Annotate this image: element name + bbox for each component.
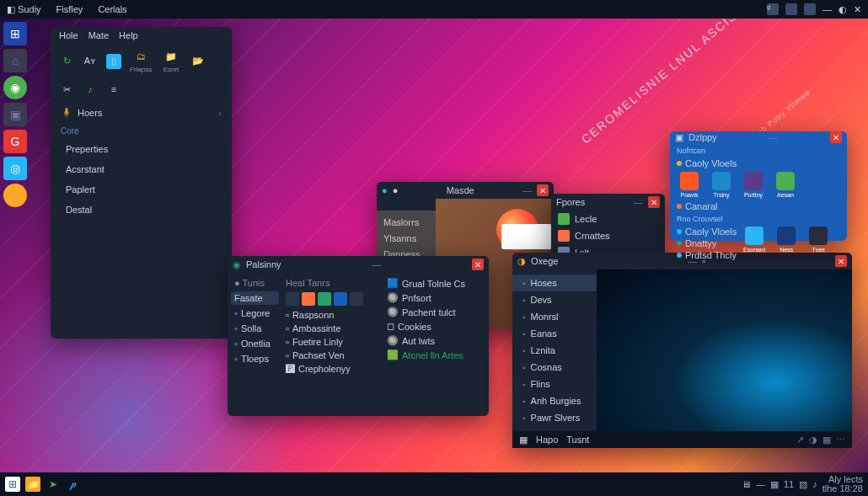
app-launcher[interactable]: Poavls: [677, 172, 702, 198]
tray-icon[interactable]: ▦: [770, 479, 779, 490]
tray-icon[interactable]: ▧: [799, 479, 807, 490]
tray-icon[interactable]: ✕: [854, 4, 861, 15]
list-item[interactable]: ◦ Legore: [231, 307, 279, 320]
tray-icon[interactable]: [804, 3, 816, 15]
status-item[interactable]: Hapo: [536, 435, 558, 445]
minimize-button[interactable]: —: [634, 197, 643, 207]
menu-cerlals[interactable]: Cerlals: [98, 4, 126, 14]
sidebar-item[interactable]: ◦ Devs: [512, 291, 597, 308]
list-item[interactable]: ▫ Ambassinte: [286, 322, 380, 335]
app-launcher[interactable]: Esonard: [742, 227, 767, 260]
sidebar-item[interactable]: ◦ Eanas: [512, 325, 597, 342]
sidebar-item[interactable]: ◦ Pawr Slvers: [512, 409, 597, 426]
swatch[interactable]: [286, 292, 299, 306]
sidebar-item[interactable]: ◦ Cosnas: [512, 359, 597, 376]
taskbar-icon[interactable]: 𝒑: [66, 477, 81, 492]
item-preperties[interactable]: Preperties: [51, 139, 232, 159]
list-item[interactable]: ◻ Cookies: [387, 319, 485, 333]
menu-help[interactable]: Help: [119, 30, 138, 40]
swatch[interactable]: [334, 292, 347, 306]
menu-fisfley[interactable]: Fisfley: [56, 4, 83, 14]
sidebar-item[interactable]: ◦ Hoses: [512, 275, 597, 291]
list-item[interactable]: ▫ Fuetire Linly: [286, 335, 380, 349]
list-item[interactable]: 🔘 Aut Iwts: [387, 333, 485, 348]
menu-mate[interactable]: Mate: [88, 30, 109, 40]
dock-apps-icon[interactable]: ⊞: [3, 22, 27, 45]
tray-icon[interactable]: 11: [784, 479, 794, 489]
list-item[interactable]: Caoly Vloels: [677, 227, 737, 237]
list-item[interactable]: ◦ Tloeps: [231, 352, 279, 365]
list-item[interactable]: 🟩 Atcnel lln Artes: [387, 348, 485, 362]
tray-icon[interactable]: —: [756, 479, 765, 489]
list-item[interactable]: ◦ Onetlia: [231, 337, 279, 350]
cut-icon[interactable]: ✂: [59, 82, 74, 97]
tray-icon[interactable]: ◐: [839, 4, 847, 15]
list-item[interactable]: Canaral: [677, 201, 840, 211]
app-launcher[interactable]: Ness: [774, 227, 799, 260]
status-icon[interactable]: ▦: [519, 435, 528, 445]
swatch[interactable]: [318, 292, 331, 306]
item-acsrstant[interactable]: Acsrstant: [51, 159, 232, 179]
item-paplert[interactable]: Paplert: [51, 179, 232, 200]
taskbar-icon[interactable]: ➤: [46, 477, 61, 492]
close-button[interactable]: ✕: [537, 184, 549, 196]
dock-icon[interactable]: ▣: [3, 103, 27, 126]
start-button[interactable]: ⊞: [5, 477, 20, 492]
app-launcher[interactable]: Trslny: [709, 172, 734, 198]
close-button[interactable]: ✕: [830, 131, 842, 143]
swatch[interactable]: [302, 292, 315, 306]
status-icon[interactable]: ↗: [796, 435, 804, 445]
item-destal[interactable]: Destal: [51, 200, 232, 220]
tray-icon[interactable]: —: [822, 4, 832, 14]
status-icon[interactable]: ◑: [809, 435, 817, 445]
list-item[interactable]: Caoly Vloels: [677, 158, 840, 168]
minimize-button[interactable]: —: [522, 185, 532, 195]
tool-icon[interactable]: ▯: [106, 54, 121, 69]
list-item[interactable]: 🔘 Pachent tulct: [387, 305, 485, 319]
menu-hole[interactable]: Hole: [59, 30, 78, 40]
clock[interactable]: Aly lects tlhe 18:28: [822, 475, 863, 493]
list-item[interactable]: 🔘 Pnfsort: [387, 291, 485, 305]
tray-icon[interactable]: ᵍ: [767, 3, 779, 15]
tray-icon[interactable]: [785, 3, 797, 15]
list-item[interactable]: ◦ Solla: [231, 322, 279, 335]
status-item[interactable]: Tusnt: [566, 435, 589, 445]
folder-icon[interactable]: 📂: [190, 54, 206, 69]
sidebar-item[interactable]: ◦ Anh Burgies: [512, 392, 597, 409]
fport-row[interactable]: Crnattes: [551, 227, 665, 244]
folder-icon[interactable]: 🗂: [133, 49, 148, 64]
dock-icon[interactable]: ⌂: [3, 49, 27, 72]
tray-icon[interactable]: ♪: [812, 479, 817, 489]
app-launcher[interactable]: Tvee: [806, 227, 831, 260]
status-icon[interactable]: ⋯: [836, 435, 845, 445]
taskbar-icon[interactable]: 📁: [25, 477, 40, 492]
minimize-button[interactable]: —: [372, 259, 381, 269]
swatch[interactable]: [350, 292, 363, 306]
list-item[interactable]: ▫ Raspsonn: [286, 308, 380, 322]
list-item[interactable]: Dnattyy: [677, 238, 737, 248]
fport-row[interactable]: Lecle: [551, 211, 665, 227]
list-item[interactable]: ▫ Pachset Ven: [286, 349, 380, 362]
list-icon[interactable]: ≡: [106, 82, 121, 97]
refresh-icon[interactable]: ↻: [59, 54, 74, 69]
sidebar-item[interactable]: ◦ Lznita: [512, 342, 597, 359]
side-item[interactable]: Maslorrs: [380, 216, 432, 229]
dock-icon[interactable]: ◉: [3, 76, 27, 99]
dock-icon[interactable]: ◎: [3, 157, 27, 180]
list-item[interactable]: 🟦 Grual Tolnle Cs: [387, 276, 485, 291]
minimize-button[interactable]: —: [769, 132, 778, 142]
tray-icon[interactable]: 🖥: [742, 479, 751, 489]
app-launcher[interactable]: Aesan: [773, 172, 798, 198]
close-button[interactable]: ✕: [648, 196, 660, 208]
folder-icon[interactable]: 📁: [163, 49, 179, 64]
dock-icon[interactable]: G: [3, 130, 27, 153]
app-launcher[interactable]: Purttny: [741, 172, 766, 198]
tool-icon[interactable]: Aʏ: [83, 54, 98, 69]
status-icon[interactable]: ▦: [822, 435, 831, 445]
close-button[interactable]: ✕: [472, 259, 484, 270]
music-icon[interactable]: ♪: [83, 82, 98, 97]
app-name[interactable]: ◧ Sudiy: [7, 4, 41, 15]
section-hoers[interactable]: 🧍 Hoers ›: [51, 102, 232, 123]
dock-icon[interactable]: [3, 184, 27, 207]
sidebar-item[interactable]: ◦ Monrsl: [512, 308, 597, 325]
